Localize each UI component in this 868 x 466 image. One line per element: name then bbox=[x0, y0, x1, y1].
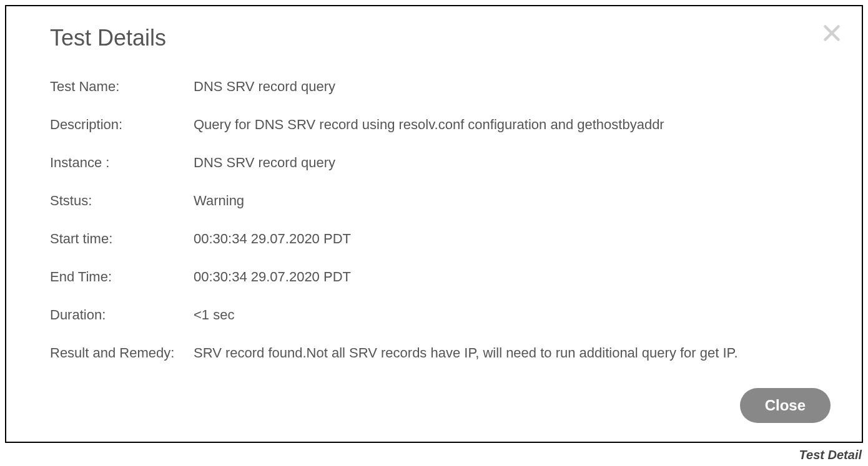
dialog-title: Test Details bbox=[50, 25, 831, 51]
label-duration: Duration: bbox=[50, 304, 194, 325]
value-start-time: 00:30:34 29.07.2020 PDT bbox=[194, 228, 831, 249]
row-start-time: Start time: 00:30:34 29.07.2020 PDT bbox=[50, 228, 831, 249]
label-test-name: Test Name: bbox=[50, 76, 194, 97]
row-duration: Duration: <1 sec bbox=[50, 304, 831, 325]
label-instance: Instance : bbox=[50, 152, 194, 173]
label-start-time: Start time: bbox=[50, 228, 194, 249]
label-description: Description: bbox=[50, 114, 194, 135]
label-status: Ststus: bbox=[50, 190, 194, 211]
value-description: Query for DNS SRV record using resolv.co… bbox=[194, 114, 831, 135]
value-status: Warning bbox=[194, 190, 831, 211]
row-status: Ststus: Warning bbox=[50, 190, 831, 211]
close-button[interactable]: Close bbox=[740, 388, 831, 423]
row-test-name: Test Name: DNS SRV record query bbox=[50, 76, 831, 97]
label-result-remedy: Result and Remedy: bbox=[50, 342, 194, 363]
label-end-time: End Time: bbox=[50, 266, 194, 287]
close-icon[interactable] bbox=[821, 22, 843, 44]
value-result-remedy: SRV record found.Not all SRV records hav… bbox=[194, 342, 831, 363]
button-row: Close bbox=[50, 388, 831, 423]
row-description: Description: Query for DNS SRV record us… bbox=[50, 114, 831, 135]
row-end-time: End Time: 00:30:34 29.07.2020 PDT bbox=[50, 266, 831, 287]
image-caption: Test Detail bbox=[0, 448, 862, 462]
value-end-time: 00:30:34 29.07.2020 PDT bbox=[194, 266, 831, 287]
value-instance: DNS SRV record query bbox=[194, 152, 831, 173]
value-duration: <1 sec bbox=[194, 304, 831, 325]
row-instance: Instance : DNS SRV record query bbox=[50, 152, 831, 173]
value-test-name: DNS SRV record query bbox=[194, 76, 831, 97]
test-details-dialog: Test Details Test Name: DNS SRV record q… bbox=[5, 5, 863, 443]
row-result-remedy: Result and Remedy: SRV record found.Not … bbox=[50, 342, 831, 363]
